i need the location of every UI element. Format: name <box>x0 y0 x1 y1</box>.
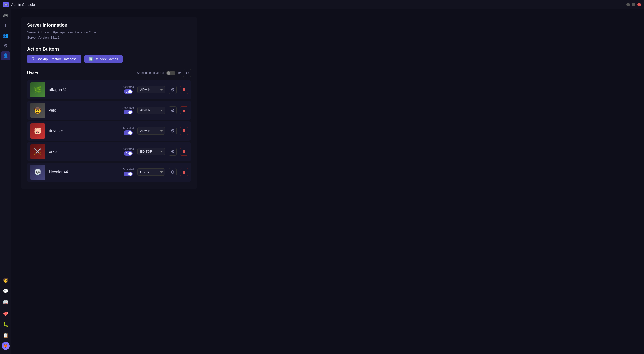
user-name-alfagun74: alfagun74 <box>49 87 79 92</box>
on-text: On <box>124 152 129 155</box>
activated-group-hexelon44: Activated On <box>123 168 134 176</box>
close-button[interactable]: ✕ <box>637 3 641 6</box>
user-controls-devuser: Activated On ADMIN EDITOR USER ⚙ <box>123 127 188 135</box>
refresh-button[interactable]: ↻ <box>183 69 191 77</box>
on-text: On <box>124 111 129 114</box>
reindex-icon: 🔄 <box>89 57 93 61</box>
show-deleted-toggle[interactable] <box>166 71 175 75</box>
user-row: 💀 Hexelon44 Activated On ADMIN EDI <box>27 163 191 182</box>
activated-group-devuser: Activated On <box>123 127 134 135</box>
content-area: Server Information Server Address: https… <box>11 9 644 354</box>
show-deleted-label: Show deleted Users <box>137 71 164 75</box>
toggle-knob <box>129 152 132 155</box>
user-avatar-erke: ⚔️ <box>30 144 45 159</box>
sidebar-item-games[interactable]: 🎮 <box>1 11 10 20</box>
user-avatar-devuser: 🐷 <box>30 123 45 139</box>
activated-label: Activated <box>123 147 134 150</box>
activated-label: Activated <box>123 85 134 88</box>
sidebar-item-user[interactable]: 🧑 <box>1 276 10 285</box>
sidebar-item-list[interactable]: 📋 <box>1 331 10 340</box>
title-bar: 🎮 Admin Console ─ □ ✕ <box>0 0 644 9</box>
activated-toggle-devuser[interactable]: On <box>124 130 133 135</box>
sidebar: 🎮 ⬇ 👥 ⚙ 👤 🧑 💬 📖 🐙 🐛 📋 🦊 <box>0 9 11 354</box>
delete-button-alfagun74[interactable]: 🗑 <box>180 86 188 94</box>
show-deleted-status: Off <box>177 71 181 75</box>
activated-toggle-hexelon44[interactable]: On <box>124 172 133 176</box>
sidebar-item-github[interactable]: 🐙 <box>1 309 10 318</box>
role-select-yelo[interactable]: ADMIN EDITOR USER <box>137 107 165 114</box>
reindex-games-button[interactable]: 🔄 Reindex Games <box>84 55 123 63</box>
users-section: Users Show deleted Users Off ↻ <box>27 69 191 182</box>
toggle-knob <box>129 172 132 176</box>
delete-button-devuser[interactable]: 🗑 <box>180 127 188 135</box>
activated-group-yelo: Activated On <box>123 106 134 114</box>
delete-button-yelo[interactable]: 🗑 <box>180 106 188 114</box>
toggle-knob <box>129 111 132 114</box>
user-row: 🐷 devuser Activated On ADMIN EDITO <box>27 121 191 141</box>
role-select-erke[interactable]: ADMIN EDITOR USER <box>137 148 165 155</box>
sidebar-item-settings[interactable]: ⚙ <box>1 41 10 50</box>
user-name-hexelon44: Hexelon44 <box>49 170 79 174</box>
backup-restore-button[interactable]: 🗄 Backup / Restore Database <box>27 55 81 63</box>
on-text: On <box>124 173 129 175</box>
user-controls-alfagun74: Activated On ADMIN EDITOR USER ⚙ <box>123 85 188 94</box>
show-deleted-toggle-wrap: Off <box>166 71 181 75</box>
settings-button-devuser[interactable]: ⚙ <box>169 127 177 135</box>
activated-label: Activated <box>123 168 134 171</box>
main-panel: Server Information Server Address: https… <box>21 17 197 189</box>
maximize-button[interactable]: □ <box>632 3 635 6</box>
activated-toggle-alfagun74[interactable]: On <box>124 89 133 94</box>
user-row: 🌿 alfagun74 Activated On ADMIN EDI <box>27 80 191 99</box>
role-select-devuser[interactable]: ADMIN EDITOR USER <box>137 127 165 135</box>
server-version: Server Version: 13.1.1 <box>27 35 191 40</box>
server-info-title: Server Information <box>27 23 191 28</box>
user-controls-erke: Activated On ADMIN EDITOR USER ⚙ <box>123 147 188 156</box>
toggle-knob <box>167 71 170 75</box>
user-name-erke: erke <box>49 149 79 154</box>
action-section: Action Buttons 🗄 Backup / Restore Databa… <box>27 47 191 63</box>
on-text: On <box>124 90 129 93</box>
server-address: Server Address: https://gamevault.alfagu… <box>27 30 191 35</box>
users-title: Users <box>27 71 38 75</box>
user-avatar-hexelon44: 💀 <box>30 165 45 180</box>
activated-group-alfagun74: Activated On <box>123 85 134 94</box>
sidebar-item-discord[interactable]: 💬 <box>1 287 10 296</box>
settings-button-yelo[interactable]: ⚙ <box>169 106 177 114</box>
on-text: On <box>124 131 129 134</box>
user-avatar-yelo: 🤠 <box>30 103 45 118</box>
user-name-devuser: devuser <box>49 129 79 133</box>
settings-button-hexelon44[interactable]: ⚙ <box>169 168 177 176</box>
window-controls: ─ □ ✕ <box>626 3 641 6</box>
user-name-yelo: yelo <box>49 108 79 113</box>
sidebar-item-bug[interactable]: 🐛 <box>1 320 10 329</box>
settings-button-erke[interactable]: ⚙ <box>169 148 177 156</box>
sidebar-avatar[interactable]: 🦊 <box>2 342 10 350</box>
settings-button-alfagun74[interactable]: ⚙ <box>169 86 177 94</box>
user-row: ⚔️ erke Activated On ADMIN EDITOR <box>27 142 191 161</box>
delete-button-erke[interactable]: 🗑 <box>180 148 188 156</box>
toggle-knob <box>129 90 132 93</box>
server-info-section: Server Information Server Address: https… <box>27 23 191 40</box>
toggle-knob <box>129 131 132 135</box>
delete-button-hexelon44[interactable]: 🗑 <box>180 168 188 176</box>
minimize-button[interactable]: ─ <box>626 3 630 6</box>
activated-toggle-erke[interactable]: On <box>124 151 133 156</box>
sidebar-item-users-group[interactable]: 👥 <box>1 31 10 40</box>
user-avatar-alfagun74: 🌿 <box>30 82 45 97</box>
role-select-hexelon44[interactable]: ADMIN EDITOR USER <box>137 168 165 176</box>
app-icon: 🎮 <box>3 2 9 7</box>
show-deleted-area: Show deleted Users Off ↻ <box>137 69 191 77</box>
database-icon: 🗄 <box>32 57 35 61</box>
role-select-alfagun74[interactable]: ADMIN EDITOR USER <box>137 86 165 93</box>
sidebar-item-admin[interactable]: 👤 <box>1 51 10 60</box>
app-title: Admin Console <box>11 3 35 7</box>
activated-label: Activated <box>123 106 134 109</box>
app-body: 🎮 ⬇ 👥 ⚙ 👤 🧑 💬 📖 🐙 🐛 📋 🦊 Server Informati… <box>0 9 644 354</box>
action-buttons-row: 🗄 Backup / Restore Database 🔄 Reindex Ga… <box>27 55 191 63</box>
activated-toggle-yelo[interactable]: On <box>124 110 133 114</box>
action-buttons-title: Action Buttons <box>27 47 191 52</box>
activated-label: Activated <box>123 127 134 130</box>
sidebar-bottom: 🧑 💬 📖 🐙 🐛 📋 🦊 <box>1 276 10 352</box>
sidebar-item-docs[interactable]: 📖 <box>1 298 10 307</box>
sidebar-item-download[interactable]: ⬇ <box>1 21 10 30</box>
